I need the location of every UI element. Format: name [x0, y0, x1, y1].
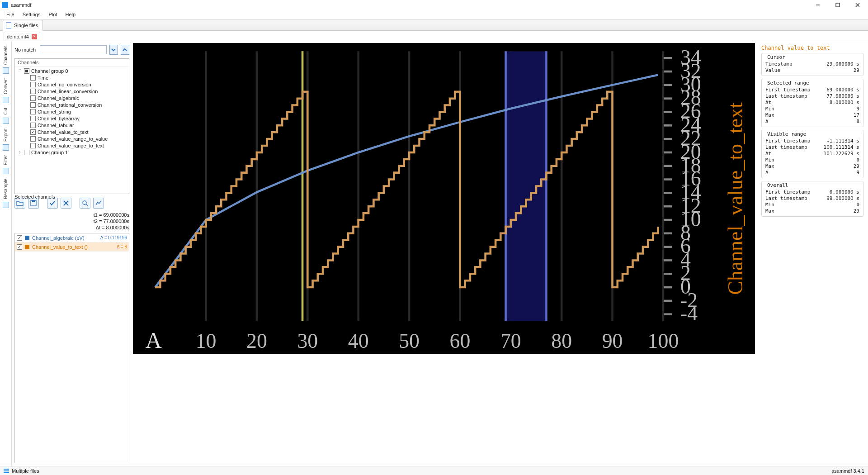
- row-delta: Δ = 8: [117, 244, 127, 249]
- checkbox-icon[interactable]: [24, 150, 29, 155]
- file-tab-demo[interactable]: demo.mf4 ×: [4, 32, 40, 41]
- left-panel: No match Channels ˅Channel group 0TimeCh…: [12, 41, 131, 466]
- info-row: Timestamp29.000000 s: [762, 61, 863, 67]
- window-buttons: [809, 0, 866, 10]
- checkbox-icon[interactable]: [30, 95, 36, 101]
- plot[interactable]: -4-2024681012141618202224262830323410203…: [133, 43, 755, 354]
- checkbox-icon[interactable]: [30, 123, 36, 128]
- zoom-button[interactable]: [80, 198, 90, 209]
- menu-help[interactable]: Help: [61, 11, 79, 18]
- checkbox-icon[interactable]: [30, 143, 36, 148]
- menu-bar: File Settings Plot Help: [0, 10, 868, 19]
- resample-icon: [3, 202, 9, 208]
- tree-item[interactable]: Channel_no_conversion: [18, 81, 128, 88]
- svg-text:90: 90: [602, 329, 623, 352]
- status-mode[interactable]: Multiple files: [12, 468, 39, 474]
- info-panel: Channel_value_to_text CursorTimestamp29.…: [759, 41, 868, 466]
- tree-item[interactable]: Channel_value_to_text: [18, 128, 128, 135]
- svg-point-8: [83, 201, 86, 204]
- plot-container: -4-2024681012141618202224262830323410203…: [131, 41, 759, 466]
- checkbox-icon[interactable]: [17, 235, 22, 241]
- search-next-button[interactable]: [109, 45, 118, 55]
- tree-header: Channels: [15, 59, 129, 66]
- status-version: asammdf 3.4.1: [831, 468, 864, 474]
- svg-text:80: 80: [551, 329, 572, 352]
- tree-item[interactable]: Channel_linear_conversion: [18, 88, 128, 95]
- tree-item[interactable]: Channel_value_range_to_text: [18, 142, 128, 149]
- menu-file[interactable]: File: [3, 11, 18, 18]
- info-row: Δt101.222629 s: [762, 151, 863, 157]
- info-group-title: Visible range: [765, 131, 808, 137]
- checkbox-icon[interactable]: [30, 75, 36, 81]
- info-row: Δ8: [762, 119, 863, 125]
- checkbox-icon[interactable]: [30, 102, 36, 108]
- selected-channel-row[interactable]: Channel_algebraic (eV) Δ = 0.119196: [15, 233, 129, 242]
- title-bar: asammdf: [0, 0, 868, 10]
- tree-item[interactable]: Channel_value_range_to_value: [18, 135, 128, 142]
- svg-rect-1: [836, 3, 840, 7]
- checkbox-icon[interactable]: [30, 136, 36, 142]
- row-name: Channel_algebraic (eV): [32, 235, 98, 241]
- menu-plot[interactable]: Plot: [45, 11, 61, 18]
- time-stats: t1 = 69.000000s t2 = 77.000000s Δt = 8.0…: [94, 212, 129, 230]
- checkbox-icon[interactable]: [30, 116, 36, 121]
- tree-item[interactable]: Channel_rational_conversion: [18, 101, 128, 108]
- svg-text:40: 40: [348, 329, 369, 352]
- search-prev-button[interactable]: [121, 45, 129, 55]
- maximize-button[interactable]: [829, 0, 846, 10]
- mode-tab-label: Single files: [14, 23, 38, 28]
- close-icon[interactable]: ×: [32, 34, 37, 39]
- t1-label: t1 = 69.000000s: [94, 212, 129, 218]
- checkbox-icon[interactable]: [30, 82, 36, 87]
- info-row: Δ9: [762, 170, 863, 176]
- selected-channels-list[interactable]: Channel_algebraic (eV) Δ = 0.119196 Chan…: [14, 233, 129, 463]
- info-group: Visible rangeFirst timestamp-1.111314 sL…: [761, 130, 863, 178]
- tree-group-0[interactable]: ˅Channel group 0: [18, 67, 128, 74]
- color-swatch: [25, 245, 29, 249]
- deselect-all-button[interactable]: [61, 198, 71, 209]
- side-tab-export[interactable]: Export: [3, 126, 9, 152]
- checkbox-icon[interactable]: [24, 68, 29, 74]
- info-row: Last timestamp100.111314 s: [762, 144, 863, 151]
- info-group-title: Selected range: [765, 80, 811, 86]
- menu-settings[interactable]: Settings: [19, 11, 44, 18]
- svg-text:70: 70: [500, 329, 521, 352]
- mode-tab-single-files[interactable]: Single files: [3, 20, 43, 31]
- tree-body: ˅Channel group 0TimeChannel_no_conversio…: [15, 66, 129, 157]
- checkbox-icon[interactable]: [30, 129, 36, 135]
- side-tab-channels[interactable]: Channels: [3, 43, 9, 75]
- tree-group-1[interactable]: ›Channel group 1: [18, 149, 128, 156]
- tree-item[interactable]: Time: [18, 74, 128, 81]
- tree-item[interactable]: Channel_bytearray: [18, 115, 128, 122]
- tree-item[interactable]: Channel_algebraic: [18, 95, 128, 101]
- search-nomatch-label: No match: [14, 47, 37, 52]
- side-tab-convert[interactable]: Convert: [3, 76, 9, 104]
- channels-icon: [3, 67, 9, 74]
- row-name: Channel_value_to_text (): [32, 244, 114, 250]
- checkbox-icon[interactable]: [17, 244, 22, 250]
- checkbox-icon[interactable]: [30, 89, 36, 94]
- svg-text:60: 60: [450, 329, 471, 352]
- svg-text:100: 100: [648, 329, 679, 352]
- status-bar: Multiple files asammdf 3.4.1: [0, 466, 868, 475]
- info-row: First timestamp69.000000 s: [762, 87, 863, 93]
- info-group: Selected rangeFirst timestamp69.000000 s…: [761, 79, 863, 127]
- search-input[interactable]: [40, 45, 107, 54]
- close-button[interactable]: [849, 0, 866, 10]
- dt-label: Δt = 8.000000s: [96, 225, 129, 230]
- side-tabbar: Channels Convert Cut Export Filter Resam…: [0, 41, 12, 466]
- checkbox-icon[interactable]: [30, 109, 36, 114]
- minimize-button[interactable]: [809, 0, 826, 10]
- channels-tree[interactable]: Channels ˅Channel group 0TimeChannel_no_…: [14, 58, 129, 194]
- tree-item[interactable]: Channel_string: [18, 108, 128, 115]
- app-icon: [2, 2, 8, 8]
- selected-channels-label: Selected channels: [14, 194, 55, 230]
- plot-button[interactable]: [93, 198, 104, 209]
- side-tab-resample[interactable]: Resample: [3, 176, 9, 209]
- side-tab-filter[interactable]: Filter: [3, 152, 9, 175]
- selected-channel-row[interactable]: Channel_value_to_text () Δ = 8: [15, 242, 129, 252]
- tree-item[interactable]: Channel_tabular: [18, 122, 128, 128]
- side-tab-cut[interactable]: Cut: [3, 105, 9, 125]
- export-icon: [3, 144, 9, 151]
- window-title: asammdf: [11, 2, 809, 8]
